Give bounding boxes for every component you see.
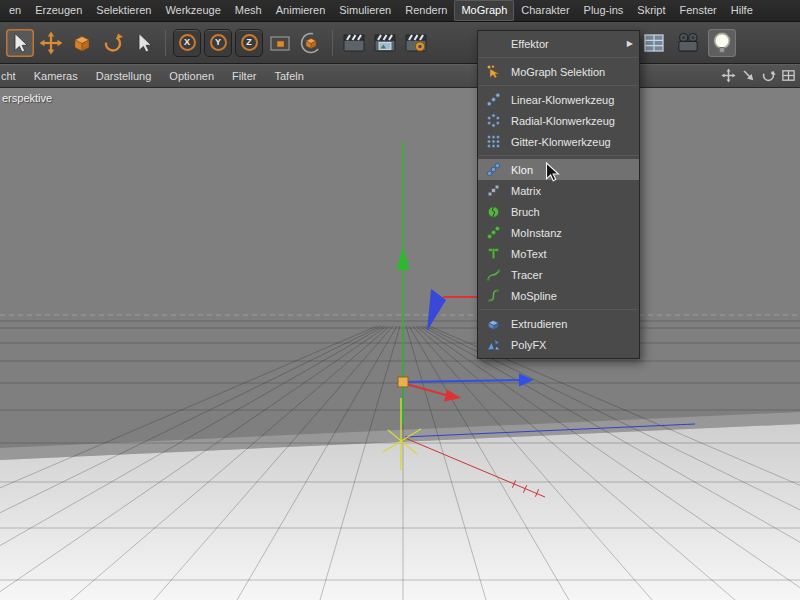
menu-item-label: Gitter-Klonwerkzeug — [511, 136, 633, 148]
viewport-menu-darstellung[interactable]: Darstellung — [87, 65, 161, 87]
menu-item-animieren[interactable]: Animieren — [269, 0, 333, 21]
menu-item-charakter[interactable]: Charakter — [514, 0, 576, 21]
x-axis-handle[interactable] — [403, 383, 461, 402]
render-settings-icon — [403, 30, 429, 56]
menu-item-erzeugen[interactable]: Erzeugen — [28, 0, 89, 21]
menu-item-label: Bruch — [511, 206, 633, 218]
scale-tool-button[interactable] — [68, 29, 96, 57]
render-picture-viewer-button[interactable] — [371, 29, 399, 57]
menu-item-plugins[interactable]: Plug-ins — [577, 0, 631, 21]
toolbar-divider — [165, 30, 166, 56]
submenu-arrow-icon: ▶ — [627, 39, 633, 48]
menu-item-label: MoGraph Selektion — [511, 66, 633, 78]
scene-object-blue[interactable] — [427, 289, 446, 331]
pan-view-icon[interactable] — [721, 68, 736, 85]
menu-item-mograph-selektion[interactable]: MoGraph Selektion — [478, 61, 639, 82]
extrudieren-icon — [486, 316, 501, 331]
viewport-menu-filter[interactable]: Filter — [223, 65, 265, 87]
bruch-icon — [486, 204, 501, 219]
z-axis-letter: Z — [246, 38, 252, 47]
viewport-menubar: cht Kameras Darstellung Optionen Filter … — [0, 64, 800, 88]
zoom-view-icon[interactable] — [741, 68, 756, 85]
live-selection-tool-button[interactable] — [6, 29, 34, 57]
no-icon — [486, 36, 501, 51]
menu-item-hilfe[interactable]: Hilfe — [724, 0, 760, 21]
menu-item-mospline[interactable]: MoSpline — [478, 285, 639, 306]
workplane-button[interactable] — [266, 29, 294, 57]
toolbar-divider — [332, 30, 333, 56]
menu-separator — [479, 309, 638, 310]
x-axis-ring-icon: X — [179, 34, 196, 51]
light-bulb-icon — [709, 30, 735, 56]
menu-item-werkzeuge[interactable]: Werkzeuge — [158, 0, 227, 21]
menu-item-motext[interactable]: MoText — [478, 243, 639, 264]
mouse-cursor — [545, 162, 560, 183]
y-axis-lock-button[interactable]: Y — [204, 29, 232, 57]
orbit-view-icon[interactable] — [761, 68, 776, 85]
menu-item-effektor[interactable]: Effektor ▶ — [478, 33, 639, 54]
menu-item-extrudieren[interactable]: Extrudieren — [478, 313, 639, 334]
menu-item-tracer[interactable]: Tracer — [478, 264, 639, 285]
workplane-icon — [267, 30, 293, 56]
viewport-menu-tafeln[interactable]: Tafeln — [265, 65, 312, 87]
selection-tool-button[interactable] — [130, 29, 158, 57]
mograph-selektion-icon — [486, 64, 501, 79]
menu-item-bearbeiten[interactable]: en — [2, 0, 28, 21]
rotate-icon — [101, 31, 125, 55]
z-axis-lock-button[interactable]: Z — [235, 29, 263, 57]
menu-item-rendern[interactable]: Rendern — [398, 0, 454, 21]
menu-item-linear-klonwerkzeug[interactable]: Linear-Klonwerkzeug — [478, 89, 639, 110]
menu-item-selektieren[interactable]: Selektieren — [89, 0, 158, 21]
polyfx-icon — [486, 337, 501, 352]
render-picture-viewer-icon — [372, 30, 398, 56]
menu-item-moinstanz[interactable]: MoInstanz — [478, 222, 639, 243]
toolbar-right-group — [640, 22, 736, 64]
menu-item-gitter-klonwerkzeug[interactable]: Gitter-Klonwerkzeug — [478, 131, 639, 152]
selection-arrow-icon — [7, 30, 33, 56]
menu-item-matrix[interactable]: Matrix — [478, 180, 639, 201]
menu-item-radial-klonwerkzeug[interactable]: Radial-Klonwerkzeug — [478, 110, 639, 131]
gitter-klon-icon — [486, 134, 501, 149]
menu-item-label: Tracer — [511, 269, 633, 281]
menu-item-simulieren[interactable]: Simulieren — [332, 0, 398, 21]
menu-separator — [479, 57, 638, 58]
viewport-menu-optionen[interactable]: Optionen — [160, 65, 223, 87]
radial-klon-icon — [486, 113, 501, 128]
klon-icon — [486, 162, 501, 177]
grid-window-button[interactable] — [640, 29, 668, 57]
viewport-label: erspektive — [2, 92, 52, 104]
x-axis-letter: X — [184, 38, 190, 47]
coordinate-system-button[interactable] — [297, 29, 325, 57]
viewport-menu-ansicht[interactable]: cht — [0, 65, 25, 87]
selected-object-cube[interactable] — [398, 377, 408, 387]
menu-item-mesh[interactable]: Mesh — [228, 0, 269, 21]
viewport-nav-group — [721, 65, 796, 87]
menu-item-label: Linear-Klonwerkzeug — [511, 94, 633, 106]
menu-item-bruch[interactable]: Bruch — [478, 201, 639, 222]
world-cube-icon — [298, 30, 324, 56]
render-settings-button[interactable] — [402, 29, 430, 57]
scale-icon — [70, 31, 94, 55]
viewport-menu-kameras[interactable]: Kameras — [25, 65, 87, 87]
move-tool-button[interactable] — [37, 29, 65, 57]
move-icon — [39, 31, 63, 55]
quad-view-toggle-icon[interactable] — [781, 68, 796, 85]
menu-item-label: Effektor — [511, 38, 623, 50]
main-menubar: en Erzeugen Selektieren Werkzeuge Mesh A… — [0, 0, 800, 22]
cinema4d-window: en Erzeugen Selektieren Werkzeuge Mesh A… — [0, 0, 800, 600]
z-axis-ring-icon: Z — [241, 34, 258, 51]
menu-item-fenster[interactable]: Fenster — [672, 0, 723, 21]
viewport-perspective[interactable]: erspektive — [0, 88, 800, 600]
mospline-icon — [486, 288, 501, 303]
linear-klon-icon — [486, 92, 501, 107]
light-button[interactable] — [708, 29, 736, 57]
rotate-tool-button[interactable] — [99, 29, 127, 57]
menu-item-skript[interactable]: Skript — [630, 0, 672, 21]
selection-arrow-icon — [131, 30, 157, 56]
camera-button[interactable] — [674, 29, 702, 57]
render-view-button[interactable] — [340, 29, 368, 57]
menu-item-label: MoInstanz — [511, 227, 633, 239]
x-axis-lock-button[interactable]: X — [173, 29, 201, 57]
menu-item-polyfx[interactable]: PolyFX — [478, 334, 639, 355]
menu-item-mograph[interactable]: MoGraph — [454, 0, 514, 21]
